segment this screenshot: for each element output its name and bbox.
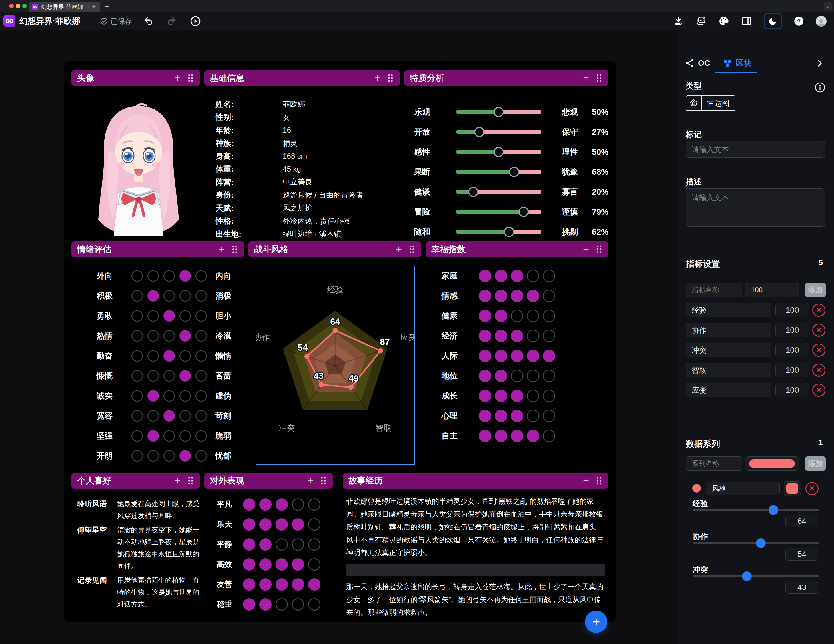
happiness-dots[interactable] (479, 329, 555, 342)
rating-dot[interactable] (527, 329, 539, 342)
rating-dot[interactable] (543, 370, 555, 382)
rating-dot[interactable] (196, 310, 207, 321)
rating-dot[interactable] (163, 330, 175, 342)
indicator-delete-button[interactable]: ✕ (812, 363, 826, 377)
window-zoom-button[interactable] (22, 4, 27, 8)
slider-thumb[interactable] (504, 227, 514, 237)
drag-handle-icon[interactable] (595, 244, 603, 254)
rating-dot[interactable] (196, 330, 207, 342)
rating-dot[interactable] (479, 410, 491, 422)
emotion-dots[interactable] (131, 270, 207, 282)
indicator-item-name[interactable] (686, 363, 771, 377)
section-avatar-header[interactable]: 头像 + (71, 70, 200, 86)
rating-dot[interactable] (276, 498, 288, 511)
add-icon[interactable]: + (307, 476, 313, 486)
rating-dot[interactable] (163, 370, 175, 381)
field-row[interactable]: 种族:精灵 (204, 137, 400, 150)
rating-dot[interactable] (179, 290, 191, 302)
series-item-color-button[interactable] (784, 481, 801, 496)
slider-thumb[interactable] (509, 167, 519, 177)
rating-dot[interactable] (147, 350, 159, 362)
rating-dot[interactable] (308, 598, 320, 610)
rating-dot[interactable] (147, 370, 159, 381)
rating-dot[interactable] (292, 558, 304, 571)
rating-dot[interactable] (308, 558, 320, 571)
rating-dot[interactable] (527, 350, 539, 362)
drag-handle-icon[interactable] (231, 244, 239, 254)
indicator-name-input[interactable] (686, 283, 742, 297)
rating-dot[interactable] (479, 290, 491, 302)
external-dots[interactable] (243, 538, 320, 550)
series-slider-value[interactable]: 64 (786, 515, 818, 528)
rating-dot[interactable] (495, 389, 507, 402)
external-dots[interactable] (243, 518, 320, 531)
trait-slider[interactable] (456, 150, 541, 154)
window-minimize-button[interactable] (16, 4, 20, 8)
rating-dot[interactable] (131, 390, 143, 402)
rating-dot[interactable] (147, 390, 159, 402)
user-avatar[interactable] (816, 16, 827, 27)
rating-dot[interactable] (131, 330, 143, 342)
rating-dot[interactable] (147, 270, 159, 282)
rating-dot[interactable] (179, 330, 191, 342)
field-row[interactable]: 性格:外冷内热，责任心强 (204, 215, 400, 228)
rating-dot[interactable] (179, 350, 191, 362)
drag-handle-icon[interactable] (595, 476, 603, 486)
emotion-dots[interactable] (131, 410, 207, 421)
story-divider-bar[interactable] (346, 564, 605, 576)
rating-dot[interactable] (259, 518, 272, 531)
rating-dot[interactable] (131, 410, 143, 421)
rating-dot[interactable] (527, 370, 539, 382)
rating-dot[interactable] (308, 498, 320, 511)
rating-dot[interactable] (276, 578, 288, 591)
images-button[interactable] (695, 15, 706, 27)
emotion-dots[interactable] (131, 290, 207, 302)
rating-dot[interactable] (511, 429, 523, 442)
trait-slider[interactable] (456, 169, 541, 174)
rating-dot[interactable] (179, 410, 191, 421)
rating-dot[interactable] (243, 578, 255, 591)
rating-dot[interactable] (179, 430, 191, 442)
series-slider[interactable] (693, 575, 819, 578)
indicator-item-value[interactable]: 100 (776, 343, 809, 357)
slider-thumb[interactable] (742, 571, 752, 581)
field-row[interactable]: 阵营:中立善良 (204, 176, 400, 189)
indicator-item-name[interactable] (686, 323, 771, 337)
radar-chart-block-selected[interactable]: 6487494354经验应变智取冲突协作 (255, 266, 415, 465)
rating-dot[interactable] (163, 310, 175, 321)
collapse-panel-chevron-icon[interactable] (815, 58, 824, 68)
rating-dot[interactable] (131, 350, 143, 362)
rating-dot[interactable] (495, 350, 507, 362)
rating-dot[interactable] (196, 370, 207, 381)
rating-dot[interactable] (147, 310, 159, 321)
emotion-dots[interactable] (131, 310, 207, 321)
new-tab-button[interactable]: + (105, 2, 110, 11)
trait-slider[interactable] (456, 229, 541, 234)
field-row[interactable]: 姓名:菲欧娜 (204, 98, 400, 111)
rating-dot[interactable] (511, 350, 523, 362)
rating-dot[interactable] (131, 370, 143, 381)
rating-dot[interactable] (163, 350, 175, 362)
rating-dot[interactable] (511, 310, 523, 322)
indicator-item-name[interactable] (686, 343, 771, 357)
rating-dot[interactable] (131, 290, 143, 302)
indicator-value-input[interactable] (745, 283, 799, 297)
rating-dot[interactable] (527, 310, 539, 322)
slider-thumb[interactable] (474, 127, 485, 137)
rating-dot[interactable] (276, 558, 288, 571)
rating-dot[interactable] (163, 430, 175, 442)
add-icon[interactable]: + (583, 476, 589, 486)
rating-dot[interactable] (243, 498, 255, 511)
rating-dot[interactable] (495, 329, 507, 342)
indicator-item-value[interactable]: 100 (776, 323, 809, 337)
rating-dot[interactable] (196, 350, 207, 362)
mark-input[interactable] (686, 141, 825, 158)
rating-dot[interactable] (543, 270, 555, 282)
indicator-delete-button[interactable]: ✕ (812, 324, 826, 337)
rating-dot[interactable] (308, 518, 320, 531)
emotion-dots[interactable] (131, 350, 207, 362)
add-block-fab[interactable]: + (585, 610, 607, 633)
rating-dot[interactable] (196, 290, 207, 302)
rating-dot[interactable] (479, 370, 491, 382)
section-basic-info-header[interactable]: 基础信息 + (204, 70, 400, 86)
